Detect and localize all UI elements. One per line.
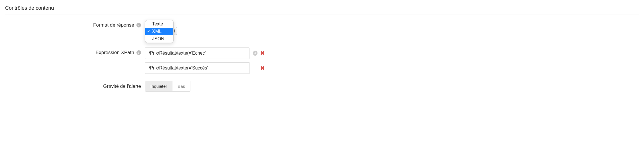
label-severity-text: Gravité de l'alerte xyxy=(103,84,141,89)
label-response-format-text: Format de réponse xyxy=(93,22,134,28)
label-xpath-text: Expression XPath xyxy=(96,50,134,55)
xpath-input-1[interactable] xyxy=(145,62,250,74)
xpath-row-0: + ✖ xyxy=(145,47,265,59)
control-response-format: ▲▼ Texte XML JSON xyxy=(145,20,265,44)
row-response-format: Format de réponse i ▲▼ Texte XML JSON xyxy=(5,20,639,44)
label-response-format: Format de réponse i xyxy=(5,20,145,28)
control-severity: Inquiéter Bas xyxy=(145,81,265,92)
xpath-row-1: ✖ xyxy=(145,62,265,74)
xpath-input-0[interactable] xyxy=(145,47,249,59)
response-format-select[interactable]: ▲▼ Texte XML JSON xyxy=(145,20,174,43)
dropdown-option-xml[interactable]: XML xyxy=(145,28,173,35)
section-title: Contrôles de contenu xyxy=(5,3,639,15)
row-severity: Gravité de l'alerte Inquiéter Bas xyxy=(5,81,639,92)
dropdown-option-texte[interactable]: Texte xyxy=(145,20,173,28)
control-xpath: + ✖ ✖ xyxy=(145,47,265,77)
label-severity: Gravité de l'alerte xyxy=(5,81,145,89)
info-icon[interactable]: i xyxy=(136,50,141,55)
severity-option-low[interactable]: Bas xyxy=(172,81,190,91)
severity-option-worry[interactable]: Inquiéter xyxy=(145,81,172,91)
info-icon[interactable]: i xyxy=(136,23,141,27)
severity-toggle: Inquiéter Bas xyxy=(145,81,190,92)
remove-icon[interactable]: ✖ xyxy=(260,65,265,71)
response-format-dropdown: Texte XML JSON xyxy=(145,20,174,43)
dropdown-option-json[interactable]: JSON xyxy=(145,35,173,43)
label-xpath: Expression XPath i xyxy=(5,47,145,55)
add-icon[interactable]: + xyxy=(253,51,257,56)
remove-icon[interactable]: ✖ xyxy=(260,50,265,56)
row-xpath: Expression XPath i + ✖ ✖ xyxy=(5,47,639,77)
